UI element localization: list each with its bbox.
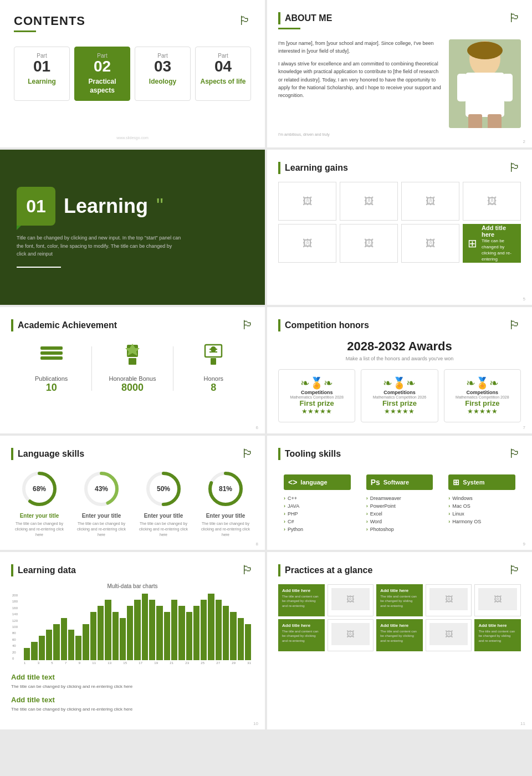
circle-title-43[interactable]: Enter your title xyxy=(73,513,130,519)
logo-icon-gains: 🏳 xyxy=(509,161,521,175)
logo-icon-ach: 🏳 xyxy=(242,318,254,333)
sys-linux: Linux xyxy=(448,510,515,518)
svg-rect-3 xyxy=(466,73,504,117)
windows-icon: ⊞ xyxy=(453,478,459,487)
circle-50: 50% Enter your title The title can be ch… xyxy=(135,469,192,537)
data-title: Learning data xyxy=(18,565,76,575)
y-axis: 200180160140120100806040200 xyxy=(11,594,19,660)
page-num-4: 5 xyxy=(523,297,525,302)
add-desc-2: The title can be changed by clicking and… xyxy=(11,706,254,713)
prac-cell-2[interactable]: 🖼 xyxy=(328,584,374,616)
prac-cell-4[interactable]: 🖼 xyxy=(426,584,472,616)
gain-img-1[interactable]: 🖼 xyxy=(278,182,336,221)
svg-rect-9 xyxy=(40,351,63,355)
green-bar xyxy=(278,12,280,24)
leaves-2: ❧🏅❧ xyxy=(365,376,434,390)
bar-19 xyxy=(156,606,162,660)
svg-rect-7 xyxy=(503,74,513,101)
tool-sw-header: Ps Software xyxy=(366,474,433,490)
prac-cell-7[interactable]: 🖼 xyxy=(328,619,374,651)
learning-title: Learning xyxy=(64,195,148,218)
logo-icon-tool: 🏳 xyxy=(509,447,521,461)
circle-desc-68: The title can be changed by clicking and… xyxy=(11,521,68,537)
gain-img-5[interactable]: 🖼 xyxy=(278,224,336,263)
slide-language: Language skills 🏳 68% Enter your title T… xyxy=(0,436,265,550)
bar-29 xyxy=(230,612,236,660)
chart-title: Multi-data bar charts xyxy=(11,583,254,589)
page-num-8: 9 xyxy=(523,542,525,547)
prac-cell-6[interactable]: Add title here The title and content can… xyxy=(278,619,325,651)
honors-value: 8 xyxy=(173,382,254,394)
tool-lang-header: <> language xyxy=(284,474,351,490)
gain-img-4[interactable]: 🖼 xyxy=(463,182,521,221)
part-02[interactable]: Part 02 Practical aspects xyxy=(74,47,130,101)
prac-title-6: Add title here xyxy=(282,623,321,628)
bar-28 xyxy=(223,606,229,660)
code-icon: <> xyxy=(288,478,297,487)
bar-24 xyxy=(193,606,200,660)
gain-img-7[interactable]: 🖼 xyxy=(401,224,459,263)
tool-sys-list: Windows Mac OS Linux Harmony OS xyxy=(448,494,515,525)
bar-17 xyxy=(142,594,148,660)
sys-harmony: Harmony OS xyxy=(448,518,515,525)
gain-highlighted[interactable]: ⊞ Add title here Title can be changed by… xyxy=(463,224,521,263)
part-03[interactable]: Part 03 Ideology xyxy=(135,47,191,101)
quote-mark: " xyxy=(156,195,163,218)
contents-title: CONTENTS xyxy=(14,14,85,28)
tooling-title: Tooling skills xyxy=(285,449,341,459)
award-2: ❧🏅❧ Competitions Mathematics Competition… xyxy=(361,369,438,422)
prac-desc-8: The title and content can be changed by … xyxy=(380,629,419,643)
logo-icon: 🏳 xyxy=(239,14,251,28)
slide-competition: Competition honors 🏳 2028-2032 Awards Ma… xyxy=(267,307,532,433)
logo-icon-prac: 🏳 xyxy=(509,563,521,578)
add-title-1[interactable]: Add title text xyxy=(11,673,254,681)
tool-sys-label: System xyxy=(463,479,484,486)
pct-50: 50% xyxy=(157,485,170,493)
bar-27 xyxy=(216,600,222,660)
lang-cpp: C++ xyxy=(284,494,351,502)
achievement-row: Publications 10 Honorable Bonus 8000 xyxy=(11,344,254,394)
circle-68: 68% Enter your title The title can be ch… xyxy=(11,469,68,537)
add-title-2[interactable]: Add title text xyxy=(11,696,254,704)
academic-title: Academic Achievement xyxy=(18,320,117,330)
part-01[interactable]: Part 01 Learning xyxy=(14,47,70,101)
award-comp-2: Competitions xyxy=(365,390,434,395)
svg-rect-6 xyxy=(457,74,467,101)
bar-axis: 135791113151719212325272931 xyxy=(21,660,254,665)
sw-dreamweaver: Dreamweaver xyxy=(366,494,433,502)
pct-81: 81% xyxy=(219,485,232,493)
sw-ppt: PowerPoint xyxy=(366,502,433,510)
prac-cell-1[interactable]: Add title here The title and content can… xyxy=(278,584,325,616)
green-bar-tool xyxy=(278,448,280,460)
prac-cell-9[interactable]: 🖼 xyxy=(426,619,472,651)
sw-photoshop: Photoshop xyxy=(366,525,433,533)
prac-desc-1: The title and content can be changed by … xyxy=(282,594,321,608)
gain-add-title: Add title here xyxy=(482,224,516,238)
prac-cell-10[interactable]: Add title here The title and content can… xyxy=(474,619,521,651)
stars-2: ★★★★★ xyxy=(365,407,434,415)
bar-3 xyxy=(39,636,45,660)
photoshop-icon: Ps xyxy=(371,478,380,487)
leaves-1: ❧🏅❧ xyxy=(282,376,351,390)
stars-1: ★★★★★ xyxy=(282,407,351,415)
gain-img-6[interactable]: 🖼 xyxy=(340,224,398,263)
stars-3: ★★★★★ xyxy=(448,407,517,415)
circle-title-81[interactable]: Enter your title xyxy=(197,513,254,519)
tool-sys-header: ⊞ System xyxy=(448,474,515,490)
circle-title-68[interactable]: Enter your title xyxy=(11,513,68,519)
prac-cell-8[interactable]: Add title here The title and content can… xyxy=(376,619,423,651)
page-num-9: 10 xyxy=(253,721,258,726)
award-1: ❧🏅❧ Competitions Mathematics Competition… xyxy=(278,369,355,422)
prac-cell-3[interactable]: Add title here The title and content can… xyxy=(376,584,423,616)
learning-desc: Title can be changed by clicking and new… xyxy=(17,234,183,258)
circle-title-50[interactable]: Enter your title xyxy=(135,513,192,519)
slide-learning-dark: 01 Learning " Title can be changed by cl… xyxy=(0,150,265,305)
circle-desc-50: The title can be changed by clicking and… xyxy=(135,521,192,537)
lang-java: JAVA xyxy=(284,502,351,510)
gain-img-3[interactable]: 🖼 xyxy=(401,182,459,221)
logo-icon-comp: 🏳 xyxy=(509,318,521,333)
part-04[interactable]: Part 04 Aspects of life xyxy=(195,47,251,101)
gain-img-2[interactable]: 🖼 xyxy=(340,182,398,221)
bar-16 xyxy=(134,600,140,660)
prac-cell-5[interactable]: 🖼 xyxy=(474,584,521,616)
